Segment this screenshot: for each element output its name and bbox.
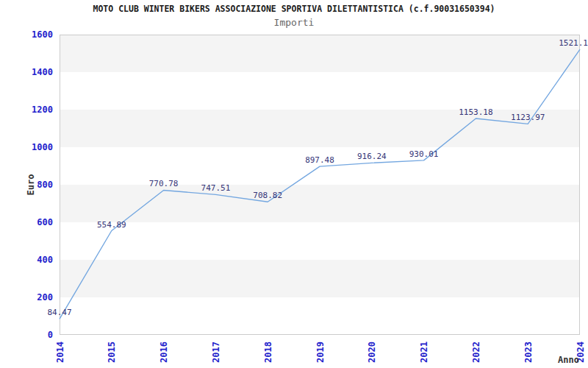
x-axis-ticks: 2014201520162017201820192020202120222023… xyxy=(55,342,586,363)
point-label: 84.47 xyxy=(47,308,71,317)
chart-figure: MOTO CLUB WINTER BIKERS ASSOCIAZIONE SPO… xyxy=(0,0,588,368)
x-tick-label: 2021 xyxy=(419,342,429,363)
page: { "chart_data": { "type": "line", "title… xyxy=(0,0,588,368)
x-tick-label: 2014 xyxy=(55,342,65,363)
plot-band xyxy=(60,35,580,72)
x-tick-label: 2019 xyxy=(315,342,326,363)
point-label: 1123.97 xyxy=(511,113,545,122)
x-tick-label: 2016 xyxy=(159,342,169,363)
plot-band xyxy=(60,110,580,147)
point-label: 916.24 xyxy=(357,152,387,161)
y-tick-label: 1600 xyxy=(32,29,53,40)
point-label: 747.51 xyxy=(201,183,231,193)
y-tick-label: 1000 xyxy=(32,142,53,152)
x-tick-label: 2017 xyxy=(211,342,221,363)
point-label: 1153.18 xyxy=(459,107,492,117)
y-axis-title: Euro xyxy=(26,174,36,196)
point-label: 1521.1 xyxy=(559,38,588,48)
y-tick-label: 0 xyxy=(48,330,53,340)
y-tick-label: 600 xyxy=(37,217,53,227)
x-axis-title: Anno xyxy=(558,355,579,365)
point-label: 930.01 xyxy=(409,149,439,159)
y-tick-label: 400 xyxy=(37,255,53,265)
point-label: 897.48 xyxy=(305,155,334,165)
y-tick-label: 1200 xyxy=(32,105,53,115)
line-chart: 02004006008001000120014001600 2014201520… xyxy=(0,0,588,368)
point-label: 770.78 xyxy=(149,179,179,188)
x-tick-label: 2022 xyxy=(471,342,481,363)
plot-band xyxy=(60,185,580,222)
y-tick-label: 1400 xyxy=(32,67,53,77)
plot-band xyxy=(60,260,580,297)
point-label: 554.89 xyxy=(97,220,126,230)
y-tick-label: 200 xyxy=(37,292,53,302)
y-tick-label: 800 xyxy=(37,180,53,190)
x-tick-label: 2015 xyxy=(107,342,117,363)
x-tick-label: 2020 xyxy=(367,342,377,363)
point-label: 708.82 xyxy=(253,191,282,200)
x-tick-label: 2018 xyxy=(263,342,273,363)
x-tick-label: 2023 xyxy=(523,342,534,363)
